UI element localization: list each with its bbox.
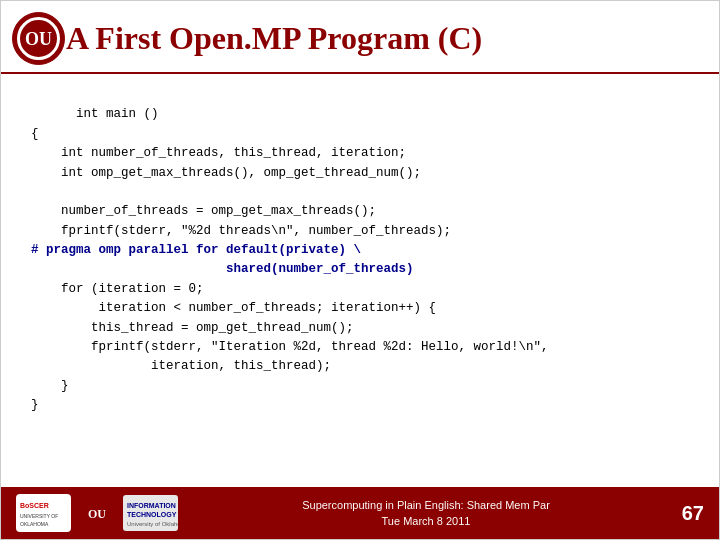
svg-text:TECHNOLOGY: TECHNOLOGY xyxy=(127,511,177,518)
code-block: int main () { int number_of_threads, thi… xyxy=(31,86,689,435)
svg-text:BoSCER: BoSCER xyxy=(20,502,49,509)
it-logo: INFORMATION TECHNOLOGY University of Okl… xyxy=(123,495,178,531)
svg-text:INFORMATION: INFORMATION xyxy=(127,502,176,509)
svg-text:OU: OU xyxy=(25,29,52,49)
footer-center: Supercomputing in Plain English: Shared … xyxy=(302,497,550,530)
svg-text:OKLAHOMA: OKLAHOMA xyxy=(20,521,49,527)
slide: OU A First Open.MP Program (C) int main … xyxy=(0,0,720,540)
svg-text:OU: OU xyxy=(88,507,106,521)
footer-page-number: 67 xyxy=(674,502,704,525)
svg-text:UNIVERSITY OF: UNIVERSITY OF xyxy=(20,513,58,519)
footer: BoSCER UNIVERSITY OF OKLAHOMA OU INFORMA… xyxy=(1,487,719,539)
code-line-2: for (iteration = 0; iteration < number_o… xyxy=(31,282,549,412)
footer-logos: BoSCER UNIVERSITY OF OKLAHOMA OU INFORMA… xyxy=(16,494,178,532)
footer-subtitle: Supercomputing in Plain English: Shared … xyxy=(302,497,550,514)
ou-logo: OU xyxy=(11,11,66,66)
pragma-line: # pragma omp parallel for default(privat… xyxy=(31,243,414,276)
footer-date: Tue March 8 2011 xyxy=(302,513,550,530)
slide-title: A First Open.MP Program (C) xyxy=(66,20,482,57)
header: OU A First Open.MP Program (C) xyxy=(1,1,719,74)
ou-footer-logo: OU xyxy=(79,495,115,531)
code-line-1: int main () { int number_of_threads, thi… xyxy=(31,107,451,237)
svg-text:University of Oklahoma: University of Oklahoma xyxy=(127,521,178,527)
bosccer-logo: BoSCER UNIVERSITY OF OKLAHOMA xyxy=(16,494,71,532)
code-content: int main () { int number_of_threads, thi… xyxy=(1,74,719,443)
